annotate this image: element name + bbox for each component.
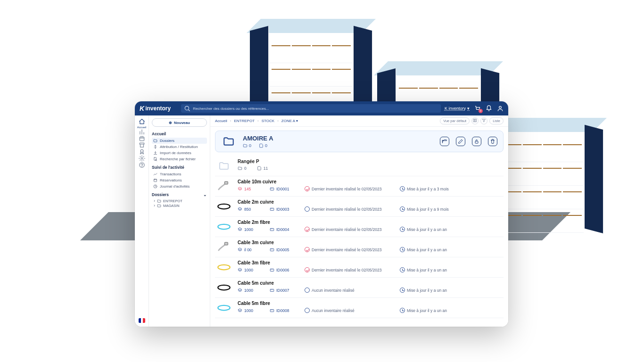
last-update: Mise à jour il y a un an [400,267,447,272]
sidebar-item-attribution[interactable]: Attribution / Restitution [152,144,207,150]
view-default-button[interactable]: Vue par défaut [440,117,470,124]
folder-row[interactable]: Rangée P011 [215,156,504,176]
quantity: 1000 [238,227,259,232]
tenant-selector[interactable]: K inventory ▾ [445,106,470,111]
section-head-suivi: Suivi de l'activité [152,165,207,170]
main-panel: Accueil›ENTREPOT›STOCK›ZONE A ▾ Vue par … [210,115,508,327]
last-inventory: Dernier inventaire réalisé le 02/05/2023 [305,267,389,272]
last-inventory: Aucun inventaire réalisé [305,308,389,313]
locale-flag-fr[interactable] [139,318,145,323]
last-inventory: Dernier inventaire réalisé le 02/05/2023 [305,247,389,252]
svg-rect-10 [154,179,157,182]
new-button[interactable]: ⊕ Nouveau [152,118,207,127]
edit-button[interactable] [456,137,465,146]
last-inventory: Aucun inventaire réalisé [305,288,389,293]
rail-item-home[interactable]: Accueil [137,118,147,129]
delete-button[interactable] [488,137,497,146]
svg-rect-14 [475,141,478,144]
chevron-right-icon: › [154,198,155,203]
tree-node-magasin[interactable]: ›MAGASIN [152,203,207,208]
last-update: Mise à jour il y a 3 mois [400,186,449,191]
rail-item-support[interactable] [137,162,147,168]
breadcrumb-item[interactable]: STOCK [262,119,274,123]
sidebar-item-import[interactable]: Import de données [152,150,207,156]
item-row[interactable]: Cable 2m fibre1000ID0004Dernier inventai… [215,217,504,237]
item-row[interactable]: Cable 5m cuivre1000ID0007Aucun inventair… [215,278,504,298]
row-name: Cable 10m cuivre [238,179,502,184]
row-name: Cable 5m cuivre [238,280,502,286]
breadcrumb-item[interactable]: ENTREPOT [234,119,255,123]
row-name: Rangée P [238,159,268,164]
sidebar-item-transactions[interactable]: Transactions [152,171,207,177]
bell-icon[interactable] [486,105,492,112]
breadcrumb-separator: › [230,119,231,123]
breadcrumb-separator: › [257,119,259,123]
reference: ID0004 [270,227,294,232]
columns-button[interactable] [471,117,479,124]
row-name: Cable 3m fibre [238,260,502,265]
view-default-label: Vue par défaut [443,119,466,123]
svg-rect-24 [270,269,274,271]
sidebar-item-journal[interactable]: Journal d'activités [152,183,207,189]
alert-icon [305,247,310,252]
rail-item-badge[interactable] [137,148,147,155]
cart-icon[interactable] [474,105,481,112]
quantity: 145 [238,187,259,191]
last-update: Mise à jour il y a un an [400,227,447,232]
item-row[interactable]: Cable 10m cuivre145ID0001Dernier inventa… [215,176,504,197]
item-row[interactable]: Cable 2m cuivre850ID0003Dernier inventai… [215,197,504,217]
rail-item-settings[interactable] [137,155,147,162]
clock-icon [400,227,405,232]
svg-rect-18 [270,208,274,210]
chevron-right-icon: › [154,203,155,208]
open-folder-button[interactable] [440,137,449,146]
svg-rect-16 [270,188,274,190]
rail-item-calendar[interactable] [137,135,147,142]
sidebar-item-recherche[interactable]: Recherche par fichier [152,156,207,162]
clock-icon [400,186,405,191]
svg-point-9 [156,159,157,160]
item-thumbnail [217,260,231,274]
sidebar: ⊕ Nouveau Accueil DossiersAttribution / … [149,115,210,327]
app-logo: K inventory [140,105,171,112]
breadcrumb-item[interactable]: Accueil [215,119,227,123]
quantity: 850 [238,207,259,212]
rail-item-archive[interactable] [137,142,147,148]
item-thumbnail [217,240,231,254]
lock-button[interactable] [472,137,481,146]
current-folder-hero: AMOIRE A 0 0 [215,131,504,152]
svg-rect-13 [475,119,476,122]
view-mode-button[interactable]: Liste [489,117,504,124]
svg-rect-2 [140,137,144,141]
item-row[interactable]: Cable 3m cuivreil 00ID0005Dernier invent… [215,237,504,257]
last-update: Mise à jour il y a 9 mois [400,206,449,212]
global-search[interactable] [181,104,441,113]
search-input[interactable] [193,107,438,111]
quantity: il 00 [238,247,259,252]
svg-rect-8 [154,157,157,160]
tree-node-entrepot[interactable]: ›ENTREPOT [152,198,207,203]
svg-point-17 [218,204,230,209]
sidebar-item-dossiers[interactable]: Dossiers [152,138,207,144]
item-row[interactable]: Cable 3m fibre1000ID0006Dernier inventai… [215,257,504,278]
clock-icon [400,267,405,272]
chevron-down-icon: ⌄ [203,192,207,197]
user-icon[interactable] [497,105,504,112]
content-list[interactable]: AMOIRE A 0 0 [210,127,508,327]
rail-item-stats[interactable] [137,129,147,135]
topbar-right: K inventory ▾ [445,105,504,112]
breadcrumb-item[interactable]: ZONE A ▾ [281,119,298,123]
item-row[interactable]: Cable 5m fibre1000ID0008Aucun inventaire… [215,298,504,318]
search-icon [184,105,190,112]
quantity: 1000 [238,288,259,293]
reference: ID0001 [270,187,294,191]
section-head-dossiers[interactable]: Dossiers ⌄ [152,192,207,197]
row-name: Cable 2m cuivre [238,199,502,205]
filter-button[interactable] [480,117,487,124]
sidebar-item-reservations[interactable]: Réservations [152,177,207,183]
last-update: Mise à jour il y a un an [400,308,447,313]
svg-rect-21 [224,242,228,245]
svg-rect-15 [224,181,228,184]
clock-icon [400,288,405,293]
info-icon [305,206,310,212]
